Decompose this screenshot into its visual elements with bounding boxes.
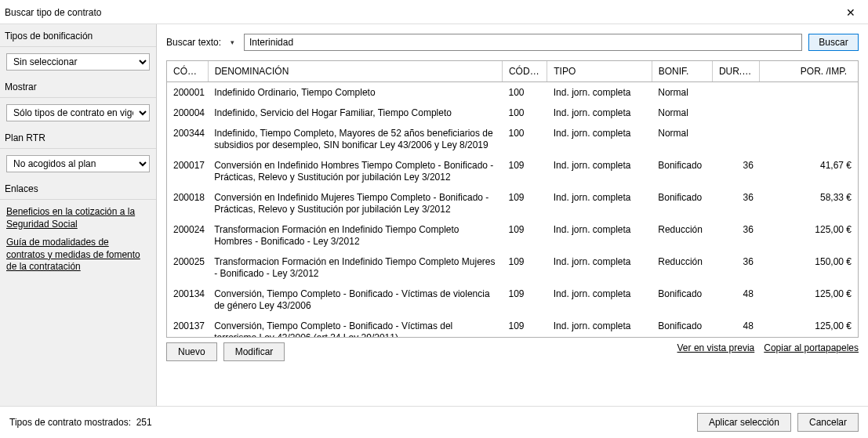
cell-dur: [712, 103, 759, 123]
search-button[interactable]: Buscar: [808, 34, 859, 51]
enlaces-header: Enlaces: [0, 180, 156, 200]
cell-dur: 36: [712, 187, 759, 219]
grid-header-row: CÓDI... DENOMINACIÓN CÓD.O... TIPO BONIF…: [167, 61, 858, 82]
link-beneficios[interactable]: Beneficios en la cotización a la Segurid…: [6, 206, 150, 230]
sidebar: Tipos de bonificación Sin seleccionar Mo…: [0, 24, 157, 406]
cell-denom: Transformacion Formación en Indefinido T…: [208, 219, 502, 252]
cell-codo: 100: [502, 103, 547, 123]
chevron-down-icon[interactable]: ▾: [227, 38, 238, 46]
cell-por: 150,00 €: [760, 252, 858, 284]
bonif-header: Tipos de bonificación: [0, 27, 156, 47]
col-bonif[interactable]: BONIF.: [652, 61, 712, 82]
cell-tipo: Ind. jorn. completa: [547, 82, 652, 103]
cell-tipo: Ind. jorn. completa: [547, 103, 652, 123]
cell-denom: Indefinido, Servicio del Hogar Familiar,…: [208, 103, 502, 123]
cell-bonif: Bonificado: [652, 284, 712, 316]
cell-codo: 109: [502, 155, 547, 187]
cell-denom: Indefinido, Tiempo Completo, Mayores de …: [208, 123, 502, 155]
col-codo[interactable]: CÓD.O...: [502, 61, 547, 82]
cell-codi: 200018: [167, 187, 208, 219]
cell-bonif: Normal: [652, 123, 712, 155]
cell-denom: Indefinido Ordinario, Tiempo Completo: [208, 82, 502, 103]
cell-tipo: Ind. jorn. completa: [547, 219, 652, 252]
cell-codi: 200344: [167, 123, 208, 155]
plan-header: Plan RTR: [0, 129, 156, 149]
cell-tipo: Ind. jorn. completa: [547, 187, 652, 219]
search-input[interactable]: [244, 34, 802, 51]
table-row[interactable]: 200025Transformacion Formación en Indefi…: [167, 252, 858, 284]
cell-denom: Conversión en Indefinido Mujeres Tiempo …: [208, 187, 502, 219]
cell-codo: 109: [502, 284, 547, 316]
table-row[interactable]: 200018Conversión en Indefinido Mujeres T…: [167, 187, 858, 219]
cell-codi: 200137: [167, 316, 208, 337]
table-row[interactable]: 200017Conversión en Indefinido Hombres T…: [167, 155, 858, 187]
preview-link[interactable]: Ver en vista previa: [677, 342, 755, 353]
mostrar-header: Mostrar: [0, 78, 156, 98]
cell-tipo: Ind. jorn. completa: [547, 123, 652, 155]
cancel-button[interactable]: Cancelar: [797, 413, 859, 432]
cell-bonif: Normal: [652, 82, 712, 103]
apply-button[interactable]: Aplicar selección: [697, 413, 791, 432]
cell-codo: 109: [502, 187, 547, 219]
cell-tipo: Ind. jorn. completa: [547, 155, 652, 187]
table-row[interactable]: 200344Indefinido, Tiempo Completo, Mayor…: [167, 123, 858, 155]
col-dur[interactable]: DUR.(M...: [712, 61, 759, 82]
cell-codo: 100: [502, 82, 547, 103]
table-row[interactable]: 200134Conversión, Tiempo Completo - Boni…: [167, 284, 858, 316]
cell-por: [760, 82, 858, 103]
cell-por: [760, 123, 858, 155]
table-row[interactable]: 200024Transformacion Formación en Indefi…: [167, 219, 858, 252]
mostrar-select[interactable]: Sólo tipos de contrato en vigor: [6, 104, 150, 121]
cell-dur: 36: [712, 155, 759, 187]
table-row[interactable]: 200137Conversión, Tiempo Completo - Boni…: [167, 316, 858, 337]
cell-tipo: Ind. jorn. completa: [547, 316, 652, 337]
cell-codi: 200025: [167, 252, 208, 284]
cell-codi: 200004: [167, 103, 208, 123]
cell-tipo: Ind. jorn. completa: [547, 284, 652, 316]
plan-select[interactable]: No acogidos al plan: [6, 155, 150, 172]
col-denom[interactable]: DENOMINACIÓN: [208, 61, 502, 82]
col-codi[interactable]: CÓDI...: [167, 61, 208, 82]
cell-tipo: Ind. jorn. completa: [547, 252, 652, 284]
cell-codi: 200017: [167, 155, 208, 187]
grid-body[interactable]: 200001Indefinido Ordinario, Tiempo Compl…: [167, 82, 858, 337]
col-tipo[interactable]: TIPO: [547, 61, 652, 82]
cell-codi: 200001: [167, 82, 208, 103]
cell-por: 125,00 €: [760, 219, 858, 252]
content: Buscar texto: ▾ Buscar CÓDI... DENOMINAC…: [157, 24, 868, 406]
modificar-button[interactable]: Modificar: [223, 342, 285, 361]
cell-codi: 200024: [167, 219, 208, 252]
table-row[interactable]: 200004Indefinido, Servicio del Hogar Fam…: [167, 103, 858, 123]
cell-dur: [712, 123, 759, 155]
cell-codo: 109: [502, 252, 547, 284]
cell-codo: 100: [502, 123, 547, 155]
cell-por: 58,33 €: [760, 187, 858, 219]
cell-por: 41,67 €: [760, 155, 858, 187]
cell-codi: 200134: [167, 284, 208, 316]
below-grid: Nuevo Modificar Ver en vista previa Copi…: [166, 342, 859, 361]
cell-denom: Conversión, Tiempo Completo - Bonificado…: [208, 316, 502, 337]
col-por[interactable]: POR. /IMP.: [760, 61, 858, 82]
cell-por: 125,00 €: [760, 284, 858, 316]
window-title: Buscar tipo de contrato: [5, 7, 101, 18]
bonif-select[interactable]: Sin seleccionar: [6, 53, 150, 71]
cell-bonif: Bonificado: [652, 187, 712, 219]
link-guia[interactable]: Guía de modalidades de contratos y medid…: [6, 237, 150, 273]
nuevo-button[interactable]: Nuevo: [166, 342, 217, 361]
cell-bonif: Bonificado: [652, 316, 712, 337]
close-icon[interactable]: ✕: [841, 5, 860, 20]
cell-codo: 109: [502, 219, 547, 252]
cell-por: 125,00 €: [760, 316, 858, 337]
cell-bonif: Bonificado: [652, 155, 712, 187]
cell-denom: Conversión, Tiempo Completo - Bonificado…: [208, 284, 502, 316]
cell-dur: 36: [712, 252, 759, 284]
footer: Tipos de contrato mostrados: 251 Aplicar…: [0, 406, 868, 438]
table-row[interactable]: 200001Indefinido Ordinario, Tiempo Compl…: [167, 82, 858, 103]
cell-codo: 109: [502, 316, 547, 337]
results-grid: CÓDI... DENOMINACIÓN CÓD.O... TIPO BONIF…: [166, 60, 859, 338]
titlebar: Buscar tipo de contrato ✕: [0, 0, 868, 24]
cell-dur: 48: [712, 316, 759, 337]
cell-denom: Transformacion Formación en Indefinido T…: [208, 252, 502, 284]
search-row: Buscar texto: ▾ Buscar: [166, 34, 859, 51]
copy-link[interactable]: Copiar al portapapeles: [764, 342, 859, 353]
